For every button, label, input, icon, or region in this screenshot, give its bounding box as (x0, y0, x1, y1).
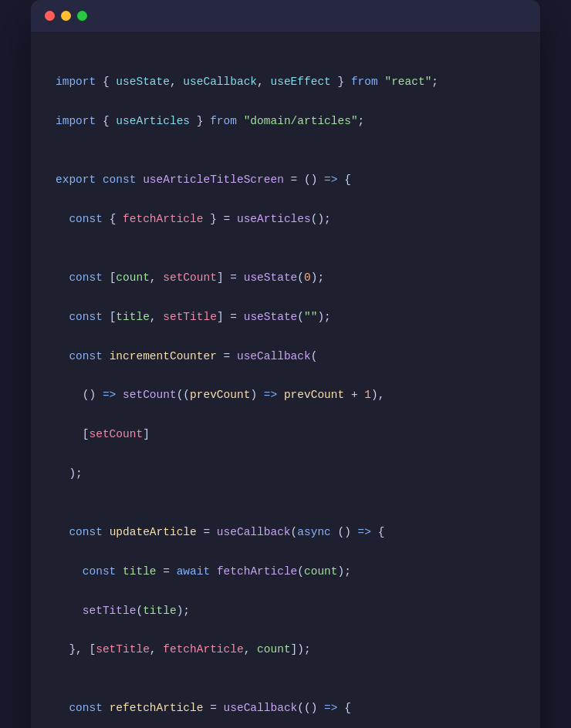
code-content: import { useState, useCallback, useEffec… (31, 32, 540, 728)
close-button[interactable] (45, 11, 55, 21)
maximize-button[interactable] (77, 11, 87, 21)
code-window: import { useState, useCallback, useEffec… (31, 0, 540, 728)
minimize-button[interactable] (61, 11, 71, 21)
titlebar (31, 0, 540, 32)
